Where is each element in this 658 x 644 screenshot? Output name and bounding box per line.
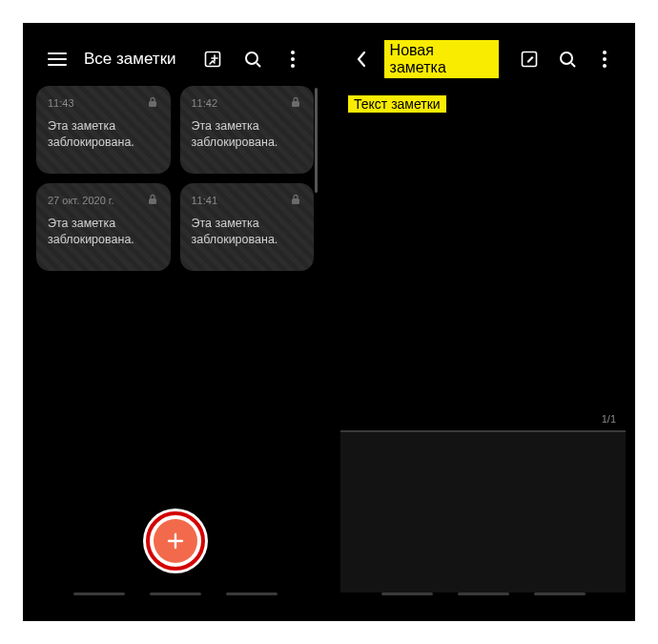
svg-point-7: [291, 57, 295, 61]
svg-rect-9: [149, 101, 156, 107]
note-timestamp: 11:41: [192, 195, 303, 206]
editor-title[interactable]: Новая заметка: [384, 40, 500, 78]
more-icon[interactable]: [589, 44, 620, 74]
lock-icon: [146, 95, 161, 111]
android-nav-bar: [340, 592, 626, 602]
svg-rect-10: [292, 101, 299, 107]
more-icon[interactable]: [278, 44, 308, 74]
editor-header: Новая заметка: [340, 32, 626, 86]
add-note-button[interactable]: [154, 519, 197, 563]
hamburger-icon[interactable]: [42, 44, 72, 74]
editor-bottom-panel: 1/1: [340, 430, 626, 592]
phone-note-editor: Новая заметка Текст заметки 1/1: [340, 32, 626, 612]
lock-icon: [146, 193, 161, 208]
notes-grid: 11:43 Эта заметка заблокирована. 11:42 Э…: [32, 86, 318, 271]
recent-apps-handle[interactable]: [381, 592, 433, 595]
note-timestamp: 27 окт. 2020 г.: [48, 195, 159, 206]
note-card[interactable]: 27 окт. 2020 г. Эта заметка заблокирован…: [36, 183, 171, 271]
phone-notes-list: Все заметки 11:43 Эта заметка заблокиров…: [32, 32, 318, 612]
notes-list-title: Все заметки: [84, 50, 188, 69]
home-handle[interactable]: [150, 592, 201, 595]
android-nav-bar: [32, 592, 318, 602]
svg-point-6: [291, 51, 295, 54]
editor-body[interactable]: Текст заметки 1/1: [340, 86, 626, 592]
svg-point-16: [561, 52, 572, 64]
import-icon[interactable]: [197, 44, 228, 74]
svg-rect-3: [206, 52, 220, 67]
svg-rect-12: [292, 198, 299, 204]
edit-icon[interactable]: [514, 44, 545, 74]
svg-point-20: [603, 64, 607, 68]
note-card[interactable]: 11:43 Эта заметка заблокирована.: [36, 86, 171, 174]
page-counter: 1/1: [602, 413, 616, 425]
back-handle[interactable]: [534, 592, 586, 595]
search-icon[interactable]: [552, 44, 583, 74]
fab-highlight-ring: [143, 509, 208, 573]
search-icon[interactable]: [237, 44, 268, 74]
svg-rect-11: [149, 198, 156, 204]
note-preview: Эта заметка заблокирована.: [48, 216, 159, 248]
svg-line-17: [571, 63, 575, 67]
back-handle[interactable]: [226, 592, 278, 595]
svg-point-4: [246, 52, 257, 64]
notes-list-header: Все заметки: [32, 32, 318, 86]
svg-point-18: [603, 51, 607, 54]
note-preview: Эта заметка заблокирована.: [192, 118, 303, 151]
lock-icon: [289, 193, 304, 208]
lock-icon: [289, 95, 304, 111]
note-preview: Эта заметка заблокирована.: [192, 216, 303, 248]
note-card[interactable]: 11:41 Эта заметка заблокирована.: [180, 183, 315, 271]
editor-placeholder: Текст заметки: [348, 95, 446, 113]
scrollbar-thumb[interactable]: [315, 88, 318, 193]
svg-point-8: [291, 64, 295, 68]
note-timestamp: 11:42: [192, 97, 303, 109]
note-preview: Эта заметка заблокирована.: [48, 118, 159, 151]
recent-apps-handle[interactable]: [73, 592, 125, 595]
svg-line-5: [257, 63, 260, 67]
back-icon[interactable]: [346, 44, 377, 74]
note-timestamp: 11:43: [48, 97, 159, 109]
home-handle[interactable]: [458, 592, 509, 595]
note-card[interactable]: 11:42 Эта заметка заблокирована.: [180, 86, 315, 174]
svg-point-19: [603, 57, 607, 61]
